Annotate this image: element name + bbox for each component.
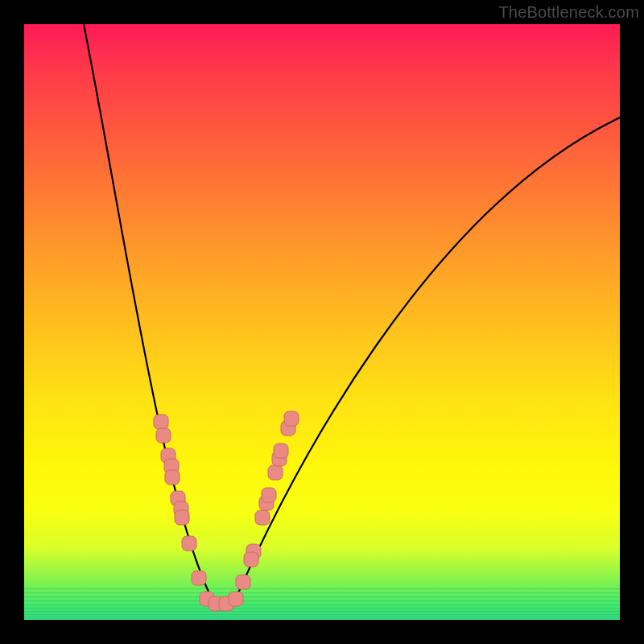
curve-svg	[24, 24, 620, 620]
data-marker	[192, 571, 206, 585]
data-marker	[262, 488, 276, 502]
chart-frame: TheBottleneck.com	[0, 0, 644, 644]
bottleneck-curve	[82, 24, 620, 604]
plot-area	[24, 24, 620, 620]
data-marker	[255, 510, 270, 525]
data-marker	[268, 465, 283, 480]
data-marker	[154, 415, 168, 429]
watermark-text: TheBottleneck.com	[498, 3, 639, 22]
data-marker	[165, 470, 180, 485]
data-marker	[244, 552, 258, 567]
data-marker	[284, 411, 299, 426]
data-marker	[175, 510, 189, 525]
data-marker	[182, 536, 196, 551]
data-marker	[156, 428, 171, 443]
data-marker	[236, 575, 250, 589]
data-marker	[229, 592, 243, 606]
data-marker	[274, 444, 288, 458]
